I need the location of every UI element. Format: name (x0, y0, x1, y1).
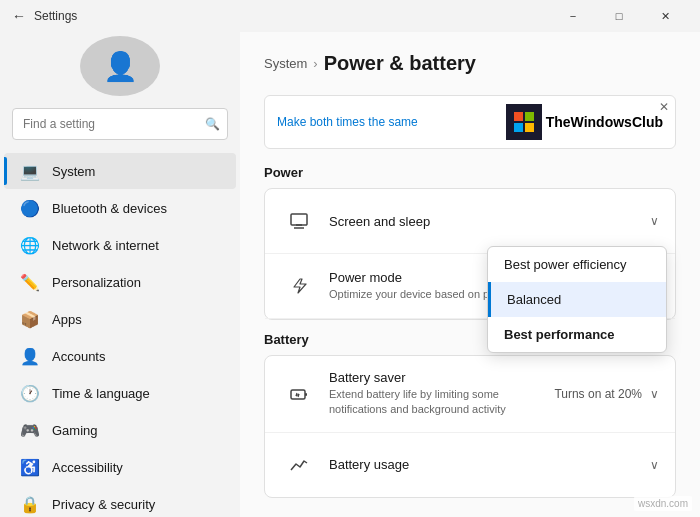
svg-rect-3 (525, 123, 534, 132)
page-header: System › Power & battery (264, 52, 676, 75)
sidebar-item-personalization[interactable]: ✏️ Personalization (4, 264, 236, 300)
battery-saver-right: Turns on at 20% ∨ (554, 387, 659, 401)
page-title: Power & battery (324, 52, 476, 75)
title-bar-left: ← Settings (12, 8, 77, 24)
screen-sleep-icon (281, 203, 317, 239)
sidebar-item-accessibility[interactable]: ♿ Accessibility (4, 449, 236, 485)
battery-saver-row[interactable]: Battery saver Extend battery life by lim… (265, 356, 675, 433)
get-help-link[interactable]: ❓ Get help (264, 506, 676, 517)
app-title: Settings (34, 9, 77, 23)
battery-saver-content: Battery saver Extend battery life by lim… (329, 370, 554, 418)
sidebar-item-apps[interactable]: 📦 Apps (4, 301, 236, 337)
time-icon: 🕐 (20, 383, 40, 403)
bluetooth-icon: 🔵 (20, 198, 40, 218)
accessibility-icon: ♿ (20, 457, 40, 477)
dropdown-item-performance[interactable]: Best performance (488, 317, 666, 352)
sidebar-label-bluetooth: Bluetooth & devices (52, 201, 167, 216)
battery-saver-status: Turns on at 20% (554, 387, 642, 401)
sidebar-label-time: Time & language (52, 386, 150, 401)
sidebar-nav: 💻 System 🔵 Bluetooth & devices 🌐 Network… (0, 148, 240, 517)
screen-sleep-chevron: ∨ (650, 214, 659, 228)
sidebar-search: 🔍 (12, 108, 228, 140)
power-section-header: Power (264, 165, 676, 180)
svg-rect-0 (514, 112, 523, 121)
system-icon: 💻 (20, 161, 40, 181)
search-input[interactable] (12, 108, 228, 140)
apps-icon: 📦 (20, 309, 40, 329)
breadcrumb-separator: › (313, 56, 317, 71)
battery-saver-subtitle: Extend battery life by limiting some not… (329, 387, 554, 418)
accounts-icon: 👤 (20, 346, 40, 366)
battery-card: Battery saver Extend battery life by lim… (264, 355, 676, 498)
promo-link[interactable]: Make both times the same (277, 115, 418, 129)
power-mode-dropdown: Best power efficiency Balanced Best perf… (487, 246, 667, 353)
breadcrumb-parent[interactable]: System (264, 56, 307, 71)
search-icon: 🔍 (205, 117, 220, 131)
power-mode-icon (281, 268, 317, 304)
battery-saver-chevron: ∨ (650, 387, 659, 401)
app-body: 👤 🔍 💻 System 🔵 Bluetooth & devices 🌐 Net… (0, 32, 700, 517)
minimize-button[interactable]: − (550, 0, 596, 32)
sidebar-label-accessibility: Accessibility (52, 460, 123, 475)
sidebar-item-time[interactable]: 🕐 Time & language (4, 375, 236, 411)
watermark: wsxdn.com (634, 496, 692, 511)
sidebar-item-gaming[interactable]: 🎮 Gaming (4, 412, 236, 448)
screen-sleep-right: ∨ (650, 214, 659, 228)
title-bar: ← Settings − □ ✕ (0, 0, 700, 32)
promo-logo: TheWindowsClub (506, 104, 663, 140)
battery-usage-content: Battery usage (329, 457, 650, 472)
maximize-button[interactable]: □ (596, 0, 642, 32)
screen-sleep-content: Screen and sleep (329, 214, 650, 229)
privacy-icon: 🔒 (20, 494, 40, 514)
logo-text: TheWindowsClub (546, 114, 663, 130)
back-button[interactable]: ← (12, 8, 26, 24)
battery-usage-chevron: ∨ (650, 458, 659, 472)
sidebar-item-accounts[interactable]: 👤 Accounts (4, 338, 236, 374)
power-mode-wrapper: Power mode Optimize your device based on… (265, 254, 675, 319)
close-button[interactable]: ✕ (642, 0, 688, 32)
logo-box (506, 104, 542, 140)
sidebar-label-privacy: Privacy & security (52, 497, 155, 512)
sidebar-item-network[interactable]: 🌐 Network & internet (4, 227, 236, 263)
battery-saver-icon (281, 376, 317, 412)
promo-close-button[interactable]: ✕ (659, 100, 669, 114)
battery-usage-right: ∨ (650, 458, 659, 472)
personalization-icon: ✏️ (20, 272, 40, 292)
sidebar-label-system: System (52, 164, 95, 179)
promo-banner: Make both times the same TheWindowsClub … (264, 95, 676, 149)
gaming-icon: 🎮 (20, 420, 40, 440)
battery-usage-icon (281, 447, 317, 483)
screen-sleep-title: Screen and sleep (329, 214, 650, 229)
network-icon: 🌐 (20, 235, 40, 255)
sidebar: 👤 🔍 💻 System 🔵 Bluetooth & devices 🌐 Net… (0, 32, 240, 517)
sidebar-item-system[interactable]: 💻 System (4, 153, 236, 189)
dropdown-item-efficiency[interactable]: Best power efficiency (488, 247, 666, 282)
svg-rect-2 (514, 123, 523, 132)
svg-rect-1 (525, 112, 534, 121)
dropdown-item-balanced[interactable]: Balanced (488, 282, 666, 317)
content-area: System › Power & battery Make both times… (240, 32, 700, 517)
sidebar-label-apps: Apps (52, 312, 82, 327)
power-card: Screen and sleep ∨ Power mode Opti (264, 188, 676, 320)
sidebar-label-network: Network & internet (52, 238, 159, 253)
sidebar-label-personalization: Personalization (52, 275, 141, 290)
sidebar-label-gaming: Gaming (52, 423, 98, 438)
battery-usage-row[interactable]: Battery usage ∨ (265, 433, 675, 497)
sidebar-label-accounts: Accounts (52, 349, 105, 364)
title-bar-controls: − □ ✕ (550, 0, 688, 32)
sidebar-item-privacy[interactable]: 🔒 Privacy & security (4, 486, 236, 517)
battery-usage-title: Battery usage (329, 457, 650, 472)
screen-sleep-row[interactable]: Screen and sleep ∨ (265, 189, 675, 254)
battery-saver-title: Battery saver (329, 370, 554, 385)
sidebar-item-bluetooth[interactable]: 🔵 Bluetooth & devices (4, 190, 236, 226)
svg-rect-4 (291, 214, 307, 225)
svg-rect-8 (305, 393, 307, 396)
